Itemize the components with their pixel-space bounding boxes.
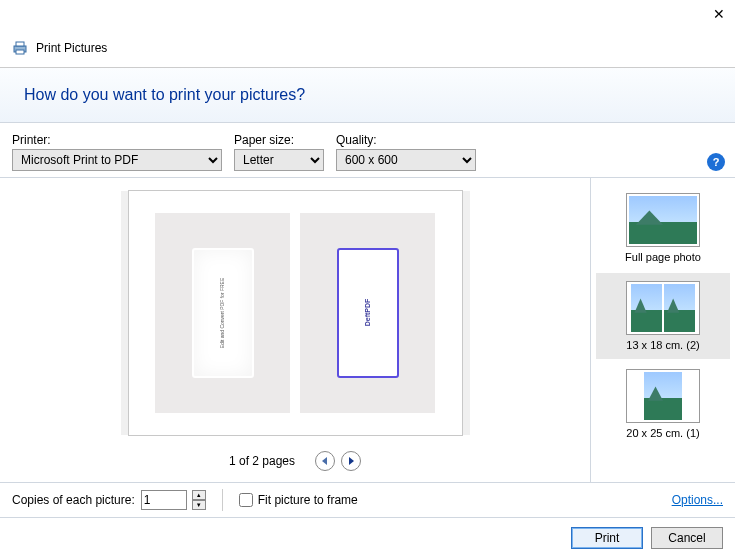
help-icon[interactable]: ?: [707, 153, 725, 171]
layout-item-13x18[interactable]: 13 x 18 cm. (2): [596, 273, 730, 359]
fit-frame-checkbox[interactable]: [239, 493, 253, 507]
svg-marker-3: [322, 457, 327, 465]
print-settings-row: Printer: Microsoft Print to PDF Paper si…: [0, 123, 735, 178]
layout-label: 20 x 25 cm. (1): [626, 427, 699, 439]
printer-label: Printer:: [12, 133, 222, 147]
cancel-button[interactable]: Cancel: [651, 527, 723, 549]
instruction-text: How do you want to print your pictures?: [24, 86, 305, 104]
copies-label: Copies of each picture:: [12, 493, 135, 507]
svg-marker-4: [349, 457, 354, 465]
quality-label: Quality:: [336, 133, 476, 147]
layout-label: Full page photo: [625, 251, 701, 263]
preview-card-1-text: Edit and Convert PDF for FREE: [220, 277, 226, 348]
paper-select[interactable]: Letter: [234, 149, 324, 171]
copies-up-button[interactable]: ▲: [192, 490, 206, 500]
dialog-footer: Print Cancel: [0, 518, 735, 549]
print-button[interactable]: Print: [571, 527, 643, 549]
preview-page: Edit and Convert PDF for FREE DeftPDF: [128, 190, 463, 436]
prev-page-button[interactable]: [315, 451, 335, 471]
layout-thumb-13x18: [626, 281, 700, 335]
next-page-button[interactable]: [341, 451, 361, 471]
divider: [222, 489, 223, 511]
preview-card-2-brand: DeftPDF: [364, 299, 371, 327]
copies-input[interactable]: [141, 490, 187, 510]
layout-item-20x25[interactable]: 20 x 25 cm. (1): [596, 361, 730, 447]
close-icon[interactable]: ✕: [713, 6, 725, 22]
copies-bar: Copies of each picture: ▲ ▼ Fit picture …: [0, 483, 735, 518]
printer-icon: [12, 40, 28, 56]
copies-down-button[interactable]: ▼: [192, 500, 206, 510]
preview-slot-1: Edit and Convert PDF for FREE: [155, 213, 290, 413]
paper-label: Paper size:: [234, 133, 324, 147]
layout-list[interactable]: Full page photo 13 x 18 cm. (2) 20 x 25 …: [590, 178, 735, 482]
options-link[interactable]: Options...: [672, 493, 723, 507]
layout-thumb-full: [626, 193, 700, 247]
fit-frame-label: Fit picture to frame: [258, 493, 358, 507]
window-header: Print Pictures: [0, 28, 735, 68]
instruction-band: How do you want to print your pictures?: [0, 68, 735, 123]
printer-select[interactable]: Microsoft Print to PDF: [12, 149, 222, 171]
svg-rect-1: [16, 42, 24, 46]
quality-select[interactable]: 600 x 600: [336, 149, 476, 171]
pager-text: 1 of 2 pages: [229, 454, 295, 468]
layout-label: 13 x 18 cm. (2): [626, 339, 699, 351]
window-title: Print Pictures: [36, 41, 107, 55]
fit-frame-wrap[interactable]: Fit picture to frame: [239, 493, 358, 507]
preview-pane: Edit and Convert PDF for FREE DeftPDF 1 …: [0, 178, 590, 482]
layout-item-full[interactable]: Full page photo: [596, 185, 730, 271]
layout-thumb-20x25: [626, 369, 700, 423]
svg-rect-2: [16, 50, 24, 54]
preview-slot-2: DeftPDF: [300, 213, 435, 413]
